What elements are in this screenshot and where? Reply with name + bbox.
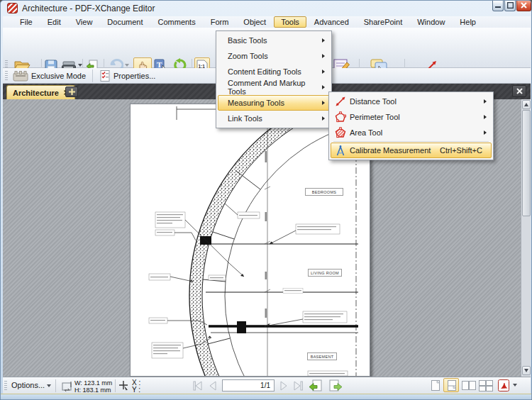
application-window: Architecture - PDF-XChange Editor File E… xyxy=(0,0,532,400)
room-label-living-room: LIVING ROOM xyxy=(308,269,342,277)
menu-separator xyxy=(333,141,489,142)
calibrate-icon xyxy=(331,145,350,156)
submenu-arrow-icon xyxy=(322,54,325,58)
scroll-up-icon xyxy=(524,103,528,106)
menu-item-perimeter-tool[interactable]: Perimeter Tool xyxy=(331,109,492,125)
exclusive-mode-icon xyxy=(13,70,28,82)
open-in-acrobat-button[interactable] xyxy=(497,379,510,392)
acrobat-dropdown-icon[interactable] xyxy=(513,384,517,387)
two-page-layout-button[interactable] xyxy=(461,379,477,392)
submenu-arrow-icon xyxy=(322,85,325,89)
page-number-input[interactable]: 1/1 xyxy=(222,379,275,391)
properties-label: Properties... xyxy=(113,72,155,80)
menubar-item-help[interactable]: Help xyxy=(453,16,483,28)
menubar-item-comments[interactable]: Comments xyxy=(151,16,203,28)
menu-item-distance-tool[interactable]: Distance Tool xyxy=(331,94,492,109)
menubar-item-tools[interactable]: Tools xyxy=(274,16,306,28)
perimeter-icon xyxy=(331,111,350,123)
width-readout: W: 123.1 mm xyxy=(74,379,112,387)
submenu-arrow-icon xyxy=(484,99,487,104)
menubar-item-edit[interactable]: Edit xyxy=(40,16,68,28)
tools-menu: Basic Tools Zoom Tools Content Editing T… xyxy=(216,30,332,128)
window-title: Architecture - PDF-XChange Editor xyxy=(22,4,155,13)
room-label-bedrooms: BEDROOMS xyxy=(305,188,343,196)
menu-item-zoom-tools[interactable]: Zoom Tools xyxy=(218,48,330,64)
menu-bar: File Edit View Document Comments Form Ob… xyxy=(3,16,531,28)
toolbar2-grip[interactable] xyxy=(5,71,8,81)
menu-item-content-editing-tools[interactable]: Content Editing Tools xyxy=(218,64,330,79)
room-label-basement: BASEMENT xyxy=(307,352,337,360)
submenu-arrow-icon xyxy=(322,38,325,43)
menu-item-comment-and-markup-tools[interactable]: Comment And Markup Tools xyxy=(218,79,330,95)
menubar-item-document[interactable]: Document xyxy=(100,16,150,28)
dimensions-icon xyxy=(61,380,73,392)
vertical-scrollbar[interactable] xyxy=(521,99,531,377)
minimize-button[interactable] xyxy=(492,1,504,11)
maximize-button[interactable] xyxy=(504,1,516,11)
properties-button[interactable] xyxy=(99,70,111,82)
menu-item-calibrate-measurement[interactable]: Calibrate Measurement Ctrl+Shift+C xyxy=(331,143,492,158)
previous-view-button[interactable] xyxy=(308,379,323,393)
scroll-up-button[interactable] xyxy=(522,100,531,109)
shortcut-label: Ctrl+Shift+C xyxy=(440,146,491,155)
previous-page-button[interactable] xyxy=(207,380,218,391)
continuous-layout-icon xyxy=(445,379,459,392)
y-coordinate-label: Y : xyxy=(132,387,140,394)
last-page-button[interactable] xyxy=(292,380,304,391)
close-button[interactable] xyxy=(516,1,531,11)
menubar-item-advanced[interactable]: Advanced xyxy=(307,16,356,28)
next-view-button[interactable] xyxy=(328,379,343,393)
window-frame-bottom xyxy=(1,394,532,400)
exclusive-mode-button[interactable] xyxy=(13,70,28,82)
cursor-position-icon xyxy=(119,381,129,391)
menu-item-measuring-tools[interactable]: Measuring Tools xyxy=(218,95,330,111)
continuous-layout-button[interactable] xyxy=(443,378,459,392)
menubar-item-sharepoint[interactable]: SharePoint xyxy=(357,16,409,28)
submenu-arrow-icon xyxy=(322,116,325,121)
tab-label: Architecture xyxy=(13,89,59,97)
options-dropdown-icon[interactable] xyxy=(47,384,51,387)
close-icon xyxy=(516,88,523,94)
height-readout: H: 183.1 mm xyxy=(74,387,111,394)
properties-icon xyxy=(99,70,111,82)
undo-dropdown-icon[interactable] xyxy=(125,64,129,67)
distance-icon xyxy=(331,96,350,107)
menu-item-link-tools[interactable]: Link Tools xyxy=(218,111,330,126)
menubar-item-object[interactable]: Object xyxy=(236,16,273,28)
app-logo-icon xyxy=(7,3,18,13)
scrollbar-thumb[interactable] xyxy=(522,110,531,216)
submenu-arrow-icon xyxy=(322,70,325,74)
scroll-down-icon xyxy=(524,369,528,372)
status-bar: Options... W: 123.1 mm H: 183.1 mm X : Y… xyxy=(3,377,531,394)
next-page-button[interactable] xyxy=(278,380,289,391)
submenu-arrow-icon xyxy=(322,101,325,105)
menubar-item-window[interactable]: Window xyxy=(410,16,452,28)
multi-page-layout-button[interactable] xyxy=(478,379,494,392)
single-page-layout-button[interactable] xyxy=(428,379,443,392)
menubar-item-file[interactable]: File xyxy=(13,16,40,28)
options-button[interactable]: Options... xyxy=(11,381,45,389)
close-document-button[interactable] xyxy=(512,85,526,97)
statusbar-grip[interactable] xyxy=(4,381,7,391)
title-bar[interactable]: Architecture - PDF-XChange Editor xyxy=(1,1,532,16)
submenu-arrow-icon xyxy=(484,130,487,135)
menubar-item-view[interactable]: View xyxy=(69,16,100,28)
exclusive-mode-label: Exclusive Mode xyxy=(31,72,86,80)
menu-item-area-tool[interactable]: Area Tool xyxy=(331,125,492,140)
measuring-tools-submenu: Distance Tool Perimeter Tool xyxy=(328,91,494,160)
plus-icon xyxy=(69,89,75,95)
menubar-item-form[interactable]: Form xyxy=(204,16,236,28)
scroll-down-button[interactable] xyxy=(522,366,531,375)
menu-item-basic-tools[interactable]: Basic Tools xyxy=(218,33,330,48)
area-icon xyxy=(331,127,350,138)
first-page-button[interactable] xyxy=(192,380,204,391)
submenu-arrow-icon xyxy=(484,115,487,119)
new-tab-button[interactable] xyxy=(65,87,78,97)
